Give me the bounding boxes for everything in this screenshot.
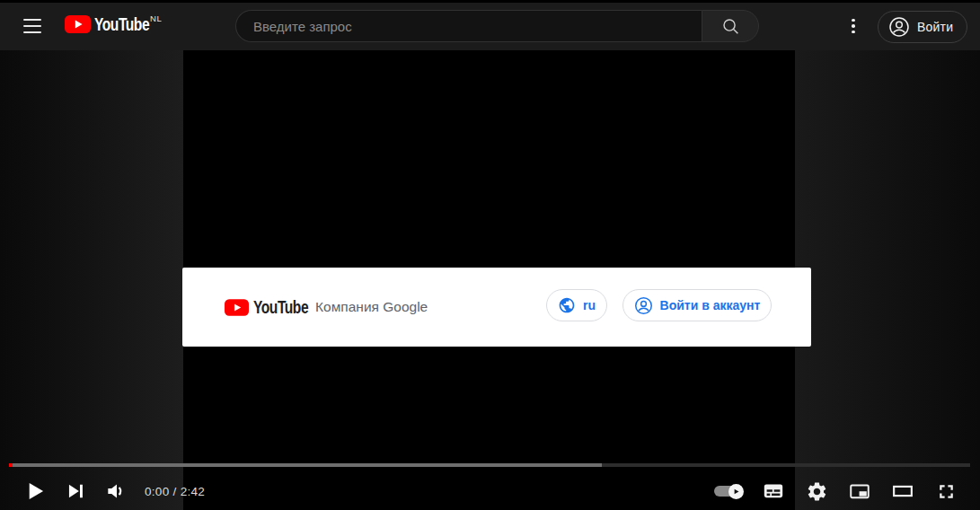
video-player: YouTube Компания Google ru Войти в аккау… [0, 50, 980, 510]
player-right-gutter [795, 50, 980, 510]
company-label: Компания Google [315, 299, 428, 315]
avatar-icon [888, 16, 910, 38]
fullscreen-button[interactable] [924, 472, 967, 510]
sign-in-button[interactable]: Войти [878, 11, 967, 43]
sign-in-account-label: Войти в аккаунт [660, 298, 761, 312]
sign-in-label: Войти [917, 20, 953, 34]
sign-in-account-button[interactable]: Войти в аккаунт [622, 289, 772, 321]
fullscreen-icon [935, 480, 958, 503]
country-code-label: NL [150, 13, 162, 23]
language-label: ru [583, 298, 596, 312]
search-form [235, 10, 759, 42]
player-left-gutter [0, 50, 183, 510]
next-icon [64, 479, 87, 503]
search-input[interactable] [235, 10, 702, 42]
next-button[interactable] [55, 472, 95, 510]
youtube-wordmark: YouTube [253, 297, 296, 318]
autoplay-toggle[interactable] [703, 472, 752, 510]
youtube-logo[interactable]: YouTube NL [65, 15, 162, 34]
globe-icon [558, 296, 576, 314]
language-button[interactable]: ru [546, 289, 607, 321]
search-button[interactable] [702, 10, 759, 42]
player-controls-left: 0:00 / 2:42 [14, 472, 205, 510]
settings-button[interactable] [795, 472, 838, 510]
vertical-dots-icon [852, 19, 855, 22]
consent-banner-brand: YouTube Компания Google [225, 268, 428, 347]
time-display: 0:00 / 2:42 [145, 485, 205, 498]
hamburger-icon [23, 19, 41, 21]
player-controls-right [703, 472, 967, 510]
youtube-wordmark: YouTube [94, 15, 135, 34]
miniplayer-icon [848, 479, 871, 503]
play-button[interactable] [14, 472, 55, 510]
autoplay-play-icon [732, 488, 740, 496]
progress-played [9, 463, 13, 467]
theater-mode-icon [891, 479, 914, 503]
autoplay-icon [714, 486, 741, 497]
consent-banner: YouTube Компания Google ru Войти в аккау… [182, 268, 811, 347]
youtube-play-badge-icon [225, 299, 249, 316]
subtitles-button[interactable] [752, 472, 795, 510]
hamburger-menu-button[interactable] [14, 8, 50, 44]
seek-bar[interactable] [9, 463, 970, 467]
more-options-button[interactable] [835, 8, 871, 44]
subtitles-icon [762, 479, 785, 503]
theater-mode-button[interactable] [881, 472, 924, 510]
play-icon [22, 479, 48, 504]
volume-button[interactable] [95, 472, 136, 510]
avatar-icon [634, 296, 653, 315]
top-bar: YouTube NL Войти [0, 3, 980, 50]
search-icon [720, 16, 741, 37]
volume-icon [104, 479, 128, 503]
miniplayer-button[interactable] [838, 472, 881, 510]
settings-gear-icon [806, 480, 828, 503]
youtube-play-badge-icon [65, 15, 91, 33]
progress-buffered [9, 463, 602, 467]
